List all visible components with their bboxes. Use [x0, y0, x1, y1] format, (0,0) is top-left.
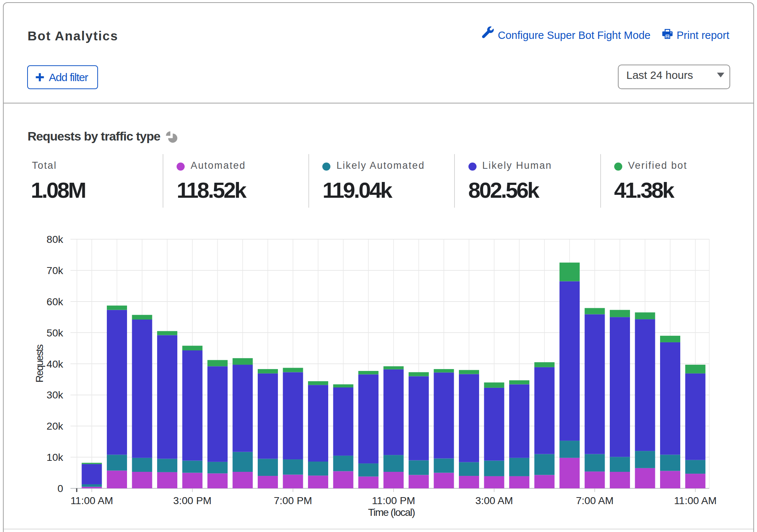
svg-text:7:00 PM: 7:00 PM: [274, 495, 312, 506]
svg-text:40k: 40k: [47, 358, 64, 370]
svg-text:7:00 AM: 7:00 AM: [576, 495, 614, 506]
svg-text:Time (local): Time (local): [368, 507, 414, 518]
svg-text:3:00 PM: 3:00 PM: [173, 495, 211, 506]
svg-text:11:00 PM: 11:00 PM: [372, 495, 415, 506]
svg-text:60k: 60k: [47, 296, 64, 307]
svg-text:80k: 80k: [47, 234, 64, 245]
svg-text:Requests: Requests: [34, 345, 45, 382]
svg-text:20k: 20k: [47, 420, 64, 432]
svg-text:3:00 AM: 3:00 AM: [475, 495, 513, 506]
svg-text:0: 0: [57, 483, 63, 494]
svg-text:10k: 10k: [47, 452, 64, 463]
svg-text:30k: 30k: [47, 389, 64, 401]
svg-text:50k: 50k: [47, 327, 64, 339]
svg-text:11:00 AM: 11:00 AM: [70, 495, 113, 506]
svg-text:70k: 70k: [47, 265, 64, 276]
svg-text:11:00 AM: 11:00 AM: [674, 495, 717, 506]
